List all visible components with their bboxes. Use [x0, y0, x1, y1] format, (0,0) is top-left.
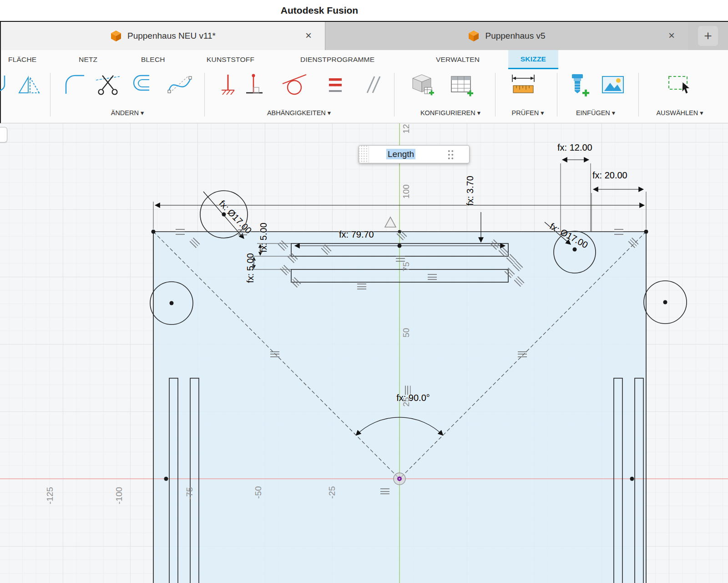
- document-tab-inactive[interactable]: Puppenhaus v5 ×: [325, 22, 688, 50]
- axis-tick-label: 75: [401, 262, 411, 271]
- ribbon-tab-kunststoff[interactable]: KUNSTSTOFF: [203, 50, 258, 69]
- ribbon-tab-dienstprogramme[interactable]: DIENSTPROGRAMME: [297, 50, 378, 69]
- axis-tick-label: 12: [401, 124, 411, 133]
- configure-box-icon[interactable]: [409, 72, 435, 98]
- fillet-icon[interactable]: [62, 72, 88, 98]
- dimension-label-20[interactable]: fx: 20.00: [592, 170, 627, 181]
- tabbar-end: +: [688, 22, 728, 50]
- new-tab-button[interactable]: +: [698, 26, 718, 46]
- ribbon-tabs-row: FLÄCHE NETZ BLECH KUNSTSTOFF DIENSTPROGR…: [1, 50, 728, 69]
- dimension-label-500a[interactable]: fx: 5.00: [258, 223, 269, 253]
- axis-tick-label: 25: [401, 397, 411, 406]
- toolbar-divider: [394, 73, 394, 117]
- sketch-canvas[interactable]: fx: 12.00 fx: 20.00 fx: 79.70 fx: 3.70 f…: [0, 123, 728, 583]
- document-tab-label: Puppenhaus v5: [485, 31, 545, 41]
- axis-tick-label: -50: [253, 486, 263, 498]
- constraint-icon[interactable]: [380, 488, 389, 494]
- window-titlebar: Autodesk Fusion: [0, 0, 728, 22]
- ribbon-tab-skizze[interactable]: SKIZZE: [508, 50, 558, 69]
- configuration-table-icon[interactable]: [449, 72, 474, 98]
- toolbar-divider: [50, 73, 51, 117]
- constraint-icon[interactable]: [518, 351, 527, 357]
- fusion-document-icon: [468, 30, 480, 42]
- panel-flyout-handle[interactable]: [0, 127, 7, 142]
- document-tab-label: Puppenhaus NEU v11*: [127, 31, 216, 41]
- ribbon-toolbar: ÄNDERN ▾ ABHÄNGIGKEITEN ▾ KONFIGURIEREN …: [1, 69, 728, 123]
- axis-tick-label: -125: [45, 487, 55, 504]
- axis-tick-label: 100: [401, 184, 411, 199]
- document-tabbar: Puppenhaus NEU v11* × Puppenhaus v5 × +: [0, 22, 728, 50]
- document-tab-active[interactable]: Puppenhaus NEU v11* ×: [1, 22, 325, 50]
- dimension-input-field[interactable]: Length: [369, 149, 447, 159]
- toolbar-divider: [557, 73, 557, 117]
- group-label-abhaengigkeiten[interactable]: ABHÄNGIGKEITEN ▾: [267, 109, 331, 117]
- perpendicular-constraint-icon[interactable]: [242, 72, 267, 98]
- close-icon[interactable]: ×: [665, 30, 678, 42]
- trim-scissors-icon[interactable]: [95, 72, 121, 98]
- tangent-constraint-icon[interactable]: [282, 72, 307, 98]
- ribbon-tab-blech[interactable]: BLECH: [137, 50, 169, 69]
- axis-tick-label: -75: [185, 487, 195, 499]
- group-label-konfigurieren[interactable]: KONFIGURIEREN ▾: [420, 109, 480, 117]
- insert-image-icon[interactable]: [600, 72, 626, 98]
- constraint-icon[interactable]: [270, 351, 279, 357]
- insert-fastener-icon[interactable]: [565, 72, 590, 98]
- toolbar-divider: [638, 73, 639, 117]
- measure-icon[interactable]: [511, 72, 536, 98]
- group-label-pruefen[interactable]: PRÜFEN ▾: [512, 109, 544, 117]
- select-icon[interactable]: [667, 72, 693, 98]
- spline-icon[interactable]: [167, 72, 192, 98]
- ribbon: FLÄCHE NETZ BLECH KUNSTSTOFF DIENSTPROGR…: [0, 50, 728, 123]
- toolbar-divider: [495, 73, 495, 117]
- axis-tick-label: -100: [114, 487, 124, 504]
- constraint-icon[interactable]: [357, 284, 366, 289]
- drag-grip-icon[interactable]: [359, 146, 369, 163]
- ribbon-tab-netz[interactable]: NETZ: [75, 50, 101, 69]
- dimension-label-500b[interactable]: fx: 5.00: [245, 253, 256, 283]
- constraint-icon[interactable]: [614, 229, 623, 235]
- selected-text[interactable]: Length: [386, 149, 415, 159]
- axis-tick-label: -25: [327, 486, 337, 498]
- sketch-geometry[interactable]: [0, 123, 728, 583]
- constraint-icon[interactable]: [396, 256, 405, 262]
- axis-tick-label: 50: [401, 328, 411, 337]
- close-icon[interactable]: ×: [302, 30, 315, 42]
- group-label-aendern[interactable]: ÄNDERN ▾: [111, 109, 144, 117]
- offset-icon[interactable]: [130, 72, 156, 98]
- fix-constraint-icon[interactable]: [214, 72, 240, 98]
- window-title: Autodesk Fusion: [281, 5, 358, 16]
- drag-handle-dots-icon[interactable]: [447, 149, 454, 160]
- dimension-input-box[interactable]: Length: [359, 145, 470, 163]
- group-label-einfuegen[interactable]: EINFÜGEN ▾: [576, 109, 615, 117]
- ribbon-tab-verwalten[interactable]: VERWALTEN: [432, 50, 483, 69]
- toolbar-divider: [204, 73, 205, 117]
- group-label-auswaehlen[interactable]: AUSWÄHLEN ▾: [656, 109, 703, 117]
- equal-constraint-icon[interactable]: [323, 72, 348, 98]
- sketch-arc-icon[interactable]: [0, 72, 16, 98]
- dimension-label-12[interactable]: fx: 12.00: [557, 142, 592, 153]
- ribbon-tab-flaeche[interactable]: FLÄCHE: [5, 50, 40, 69]
- dimension-label-370[interactable]: fx: 3.70: [465, 176, 475, 206]
- constraint-icon[interactable]: [428, 274, 437, 280]
- fusion-document-icon: [110, 30, 122, 42]
- constraint-icon[interactable]: [176, 229, 185, 235]
- mirror-icon[interactable]: [16, 72, 42, 98]
- dimension-label-7970[interactable]: fx: 79.70: [339, 229, 374, 240]
- parallel-constraint-icon[interactable]: [360, 72, 385, 98]
